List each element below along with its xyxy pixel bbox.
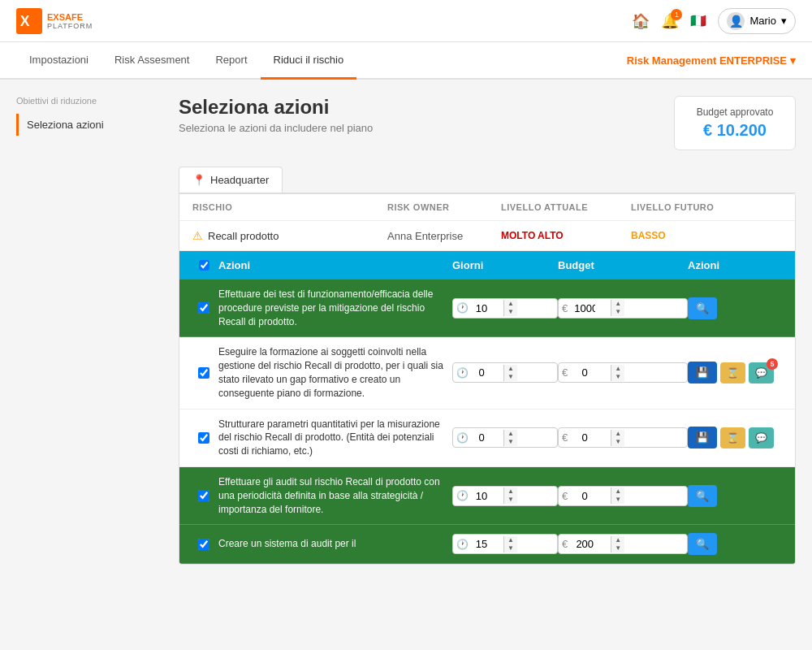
action-3-check-wrap bbox=[189, 432, 218, 444]
logo-text: EXSAFE PLATFORM bbox=[47, 12, 93, 30]
sidebar-item-seleziona-azioni[interactable]: Seleziona azioni bbox=[16, 114, 162, 136]
action-2-chat-button[interactable]: 💬 5 bbox=[749, 362, 774, 384]
action-5-giorni-field[interactable] bbox=[473, 535, 502, 553]
action-5-giorni-up[interactable]: ▲ bbox=[504, 536, 517, 544]
action-4-check-wrap bbox=[189, 490, 218, 501]
location-pin-icon: 📍 bbox=[192, 174, 205, 186]
svg-text:X: X bbox=[20, 13, 30, 29]
action-5-search-button[interactable]: 🔍 bbox=[688, 533, 717, 555]
location-tab-headquarter[interactable]: 📍 Headquarter bbox=[179, 167, 283, 193]
action-2-budget-field[interactable] bbox=[572, 363, 609, 382]
action-4-buttons: 🔍 bbox=[688, 485, 785, 507]
col-rischio: RISCHIO bbox=[192, 202, 387, 212]
risk-management-dropdown[interactable]: Risk Management ENTERPRISE ▾ bbox=[627, 43, 796, 78]
action-5-budget-up[interactable]: ▲ bbox=[611, 536, 624, 544]
action-5-budget-input: € ▲ ▼ bbox=[558, 534, 688, 554]
page-title-block: Seleziona azioni Seleziona le azioni da … bbox=[179, 96, 373, 134]
action-3-giorni-input: 🕐 ▲ ▼ bbox=[452, 427, 558, 448]
action-row-2: Eseguire la formazione ai soggetti coinv… bbox=[179, 337, 795, 409]
action-2-giorni-field[interactable] bbox=[473, 363, 502, 382]
action-1-search-button[interactable]: 🔍 bbox=[688, 297, 717, 319]
action-2-check-wrap bbox=[189, 367, 218, 379]
action-2-save-button[interactable]: 💾 bbox=[688, 362, 717, 384]
action-row-4: Effettuare gli audit sul rischio Recall … bbox=[179, 467, 795, 525]
action-2-budget-arrows: ▲ ▼ bbox=[611, 365, 624, 381]
action-2-giorni-up[interactable]: ▲ bbox=[504, 365, 517, 373]
action-4-giorni-arrows: ▲ ▼ bbox=[503, 488, 517, 504]
action-2-checkbox[interactable] bbox=[198, 367, 209, 379]
clock-icon-5: 🕐 bbox=[453, 539, 472, 550]
home-button[interactable]: 🏠 bbox=[632, 12, 650, 30]
select-all-checkbox[interactable] bbox=[199, 260, 209, 271]
col-owner: RISK OWNER bbox=[387, 202, 501, 212]
action-4-budget-arrows: ▲ ▼ bbox=[611, 488, 624, 504]
action-4-giorni-up[interactable]: ▲ bbox=[504, 488, 517, 496]
action-3-budget: € ▲ ▼ bbox=[558, 427, 688, 448]
main-nav-items: Impostazioni Risk Assesment Report Riduc… bbox=[16, 42, 356, 78]
action-3-budget-field[interactable] bbox=[572, 428, 609, 447]
action-3-chat-button[interactable]: 💬 bbox=[749, 427, 774, 448]
action-4-giorni-input: 🕐 ▲ ▼ bbox=[452, 486, 558, 506]
nav-impostazioni[interactable]: Impostazioni bbox=[16, 42, 102, 80]
action-4-budget-up[interactable]: ▲ bbox=[611, 488, 624, 496]
action-1-budget-down[interactable]: ▼ bbox=[611, 308, 624, 316]
action-4-giorni-down[interactable]: ▼ bbox=[504, 496, 517, 504]
action-1-buttons: 🔍 bbox=[688, 297, 785, 319]
content-area: Obiettivi di riduzione Seleziona azioni … bbox=[0, 80, 812, 581]
action-2-budget-up[interactable]: ▲ bbox=[611, 365, 624, 373]
risk-name: ⚠ Recall prodotto bbox=[192, 229, 387, 242]
action-5-giorni-down[interactable]: ▼ bbox=[504, 544, 517, 552]
clock-icon-4: 🕐 bbox=[453, 490, 472, 501]
action-1-checkbox[interactable] bbox=[198, 302, 209, 314]
action-2-budget-down[interactable]: ▼ bbox=[611, 373, 624, 381]
action-1-budget-input: € ▲ ▼ bbox=[558, 298, 688, 318]
action-3-giorni-down[interactable]: ▼ bbox=[504, 438, 517, 446]
language-flag[interactable]: 🇮🇹 bbox=[690, 13, 706, 28]
action-5-budget-down[interactable]: ▼ bbox=[611, 544, 624, 552]
action-5-check-wrap bbox=[189, 539, 218, 550]
action-3-checkbox[interactable] bbox=[198, 432, 209, 444]
action-1-giorni-up[interactable]: ▲ bbox=[504, 300, 517, 308]
nav-report[interactable]: Report bbox=[202, 42, 260, 80]
action-4-budget-field[interactable] bbox=[572, 487, 609, 505]
action-3-save-button[interactable]: 💾 bbox=[688, 427, 717, 448]
action-3-budget-down[interactable]: ▼ bbox=[611, 438, 624, 446]
action-4-checkbox[interactable] bbox=[198, 490, 209, 501]
action-5-budget-field[interactable] bbox=[572, 535, 609, 553]
action-2-hourglass-button[interactable]: ⌛ bbox=[720, 362, 745, 384]
action-4-giorni-field[interactable] bbox=[473, 487, 502, 505]
action-3-hourglass-button[interactable]: ⌛ bbox=[720, 427, 745, 448]
nav-risk-assesment[interactable]: Risk Assesment bbox=[102, 42, 202, 80]
euro-icon-5: € bbox=[559, 538, 571, 550]
risk-owner: Anna Enterprise bbox=[387, 230, 501, 242]
action-1-budget-field[interactable] bbox=[572, 299, 609, 318]
col-azioni-col-label: Azioni bbox=[688, 259, 785, 271]
clock-icon-3: 🕐 bbox=[453, 432, 472, 444]
action-1-budget-up[interactable]: ▲ bbox=[611, 300, 624, 308]
nav-riduci-rischio[interactable]: Riduci il rischio bbox=[261, 42, 357, 80]
action-4-budget-input: € ▲ ▼ bbox=[558, 486, 688, 506]
action-3-budget-up[interactable]: ▲ bbox=[611, 430, 624, 438]
action-3-giorni-arrows: ▲ ▼ bbox=[503, 430, 517, 446]
action-row-3: Strutturare parametri quantitativi per l… bbox=[179, 410, 795, 467]
sidebar-section-label: Obiettivi di riduzione bbox=[16, 96, 162, 106]
action-2-giorni-down[interactable]: ▼ bbox=[504, 373, 517, 381]
page-subtitle: Seleziona le azioni da includere nel pia… bbox=[179, 122, 373, 134]
top-right-icons: 🏠 🔔 1 🇮🇹 👤 Mario ▾ bbox=[632, 8, 796, 34]
action-3-giorni-up[interactable]: ▲ bbox=[504, 430, 517, 438]
action-3-giorni-field[interactable] bbox=[473, 428, 502, 447]
action-3-giorni: 🕐 ▲ ▼ bbox=[452, 427, 558, 448]
livello-attuale-badge: MOLTO ALTO bbox=[501, 230, 631, 241]
action-4-budget: € ▲ ▼ bbox=[558, 486, 688, 506]
action-row-5: Creare un sistema di audit per il 🕐 ▲ ▼ … bbox=[179, 525, 795, 564]
action-1-giorni-down[interactable]: ▼ bbox=[504, 308, 517, 316]
action-4-search-button[interactable]: 🔍 bbox=[688, 485, 717, 507]
action-3-buttons: 💾 ⌛ 💬 bbox=[688, 427, 785, 448]
action-5-budget: € ▲ ▼ bbox=[558, 534, 688, 554]
action-4-budget-down[interactable]: ▼ bbox=[611, 496, 624, 504]
euro-icon: € bbox=[559, 302, 571, 314]
user-menu-button[interactable]: 👤 Mario ▾ bbox=[718, 8, 796, 34]
clock-icon: 🕐 bbox=[453, 302, 472, 314]
action-1-giorni-field[interactable] bbox=[473, 299, 502, 318]
action-5-checkbox[interactable] bbox=[198, 539, 209, 550]
